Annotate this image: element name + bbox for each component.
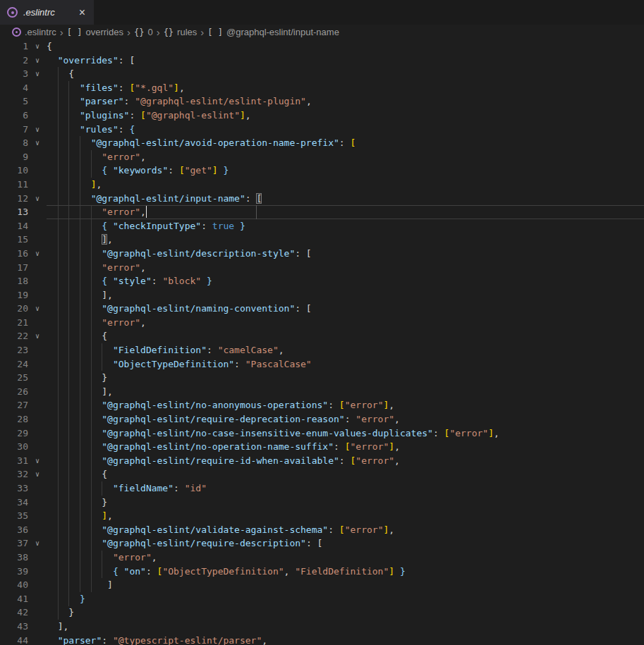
code-text[interactable]: ] [47,578,644,592]
code-text[interactable]: ], [47,509,644,523]
code-line-19[interactable]: 19 ], [0,288,644,302]
code-text[interactable]: ], [47,233,644,247]
code-text[interactable]: "parser": "@graphql-eslint/eslint-plugin… [47,94,644,109]
code-line-38[interactable]: 38 "error", [0,551,644,565]
code-text[interactable]: "fieldName": "id" [47,481,644,496]
code-text[interactable]: "@graphql-eslint/description-style": [ [47,247,644,261]
code-line-2[interactable]: 2∨ "overrides": [ [0,54,644,68]
code-line-40[interactable]: 40 ] [0,578,644,592]
fold-chevron-icon[interactable]: ∨ [28,136,47,150]
code-text[interactable]: ], [47,385,644,399]
code-text[interactable]: ], [47,288,644,302]
fold-chevron-icon[interactable]: ∨ [28,123,47,137]
breadcrumb-item[interactable]: [ ]overrides [67,27,123,37]
breadcrumb-item[interactable]: {}rules [164,27,198,37]
code-line-33[interactable]: 33 "fieldName": "id" [0,481,644,496]
code-line-43[interactable]: 43 ], [0,620,644,634]
fold-chevron-icon[interactable]: ∨ [28,247,47,261]
code-text[interactable]: "@graphql-eslint/require-id-when-availab… [47,454,644,468]
code-text[interactable]: "rules": { [47,123,644,137]
code-text[interactable]: "@graphql-eslint/no-operation-name-suffi… [47,440,644,454]
code-text[interactable]: "overrides": [ [47,54,644,68]
code-text[interactable]: "error", [47,150,644,164]
breadcrumb-item[interactable]: [ ]@graphql-eslint/input-name [207,27,339,37]
code-line-27[interactable]: 27 "@graphql-eslint/no-anonymous-operati… [0,398,644,412]
code-line-34[interactable]: 34 } [0,496,644,510]
code-text[interactable]: "FieldDefinition": "camelCase", [47,343,644,357]
code-text[interactable]: { "style": "block" } [47,274,644,288]
breadcrumb-item[interactable]: .eslintrc [12,27,56,37]
code-editor[interactable]: 1∨{2∨ "overrides": [3∨ {4 "files": ["*.g… [0,39,644,645]
code-line-11[interactable]: 11 ], [0,178,644,192]
code-text[interactable]: "error", [47,261,644,275]
code-line-24[interactable]: 24 "ObjectTypeDefinition": "PascalCase" [0,357,644,371]
fold-chevron-icon[interactable]: ∨ [28,54,47,68]
fold-chevron-icon[interactable]: ∨ [28,467,47,481]
code-line-1[interactable]: 1∨{ [0,39,644,54]
code-text[interactable]: } [47,371,644,385]
code-text[interactable]: "@graphql-eslint/require-deprecation-rea… [47,412,644,426]
code-line-42[interactable]: 42 } [0,606,644,620]
code-text[interactable]: "@graphql-eslint/no-case-insensitive-enu… [47,426,644,441]
code-line-41[interactable]: 41 } [0,592,644,606]
code-line-16[interactable]: 16∨ "@graphql-eslint/description-style":… [0,247,644,261]
code-line-32[interactable]: 32∨ { [0,467,644,481]
code-line-4[interactable]: 4 "files": ["*.gql"], [0,81,644,95]
code-line-14[interactable]: 14 { "checkInputType": true } [0,219,644,233]
code-text[interactable]: { [47,329,644,343]
code-text[interactable]: { "checkInputType": true } [47,219,644,233]
code-line-31[interactable]: 31∨ "@graphql-eslint/require-id-when-ava… [0,454,644,468]
code-text[interactable]: { "on": ["ObjectTypeDefinition", "FieldD… [47,565,644,579]
code-text[interactable]: "ObjectTypeDefinition": "PascalCase" [47,357,644,371]
code-line-44[interactable]: 44 "parser": "@typescript-eslint/parser"… [0,634,644,645]
fold-chevron-icon[interactable]: ∨ [28,192,47,206]
close-icon[interactable]: × [78,7,87,18]
fold-chevron-icon[interactable]: ∨ [28,536,47,551]
code-text[interactable]: "@graphql-eslint/no-anonymous-operations… [47,398,644,412]
code-line-21[interactable]: 21 "error", [0,316,644,330]
code-line-12[interactable]: 12∨ "@graphql-eslint/input-name": [ [0,192,644,206]
fold-chevron-icon[interactable]: ∨ [28,39,47,54]
code-text[interactable]: { [47,39,644,54]
code-text[interactable]: "parser": "@typescript-eslint/parser", [47,634,644,645]
code-line-17[interactable]: 17 "error", [0,261,644,275]
code-line-10[interactable]: 10 { "keywords": ["get"] } [0,164,644,178]
code-text[interactable]: "@graphql-eslint/naming-convention": [ [47,302,644,316]
fold-chevron-icon[interactable]: ∨ [28,454,47,468]
code-text[interactable]: ], [47,178,644,192]
code-text[interactable]: "@graphql-eslint/require-description": [ [47,536,644,551]
code-line-36[interactable]: 36 "@graphql-eslint/validate-against-sch… [0,523,644,537]
code-line-26[interactable]: 26 ], [0,385,644,399]
code-line-22[interactable]: 22∨ { [0,329,644,343]
code-line-8[interactable]: 8∨ "@graphql-eslint/avoid-operation-name… [0,136,644,150]
code-text[interactable]: } [47,496,644,510]
tab-eslintrc[interactable]: .eslintrc × [0,0,94,25]
code-text[interactable]: "error", [47,316,644,330]
code-line-6[interactable]: 6 "plugins": ["@graphql-eslint"], [0,109,644,123]
code-line-5[interactable]: 5 "parser": "@graphql-eslint/eslint-plug… [0,94,644,109]
code-text[interactable]: "error", [47,205,644,219]
code-line-18[interactable]: 18 { "style": "block" } [0,274,644,288]
code-line-30[interactable]: 30 "@graphql-eslint/no-operation-name-su… [0,440,644,454]
code-text[interactable]: { [47,67,644,81]
fold-chevron-icon[interactable]: ∨ [28,67,47,81]
code-line-7[interactable]: 7∨ "rules": { [0,123,644,137]
code-text[interactable]: "@graphql-eslint/input-name": [ [47,192,644,206]
fold-chevron-icon[interactable]: ∨ [28,302,47,316]
code-text[interactable]: "plugins": ["@graphql-eslint"], [47,109,644,123]
code-text[interactable]: { [47,467,644,481]
code-text[interactable]: ], [47,620,644,634]
code-text[interactable]: { "keywords": ["get"] } [47,164,644,178]
code-text[interactable]: "files": ["*.gql"], [47,81,644,95]
code-line-15[interactable]: 15 ], [0,233,644,247]
breadcrumb-item[interactable]: {}0 [134,27,153,37]
code-line-39[interactable]: 39 { "on": ["ObjectTypeDefinition", "Fie… [0,565,644,579]
code-line-3[interactable]: 3∨ { [0,67,644,81]
code-line-23[interactable]: 23 "FieldDefinition": "camelCase", [0,343,644,357]
code-text[interactable]: "error", [47,551,644,565]
code-line-13[interactable]: 13 "error", [0,205,644,219]
code-line-9[interactable]: 9 "error", [0,150,644,164]
code-line-35[interactable]: 35 ], [0,509,644,523]
code-line-29[interactable]: 29 "@graphql-eslint/no-case-insensitive-… [0,426,644,441]
code-line-25[interactable]: 25 } [0,371,644,385]
